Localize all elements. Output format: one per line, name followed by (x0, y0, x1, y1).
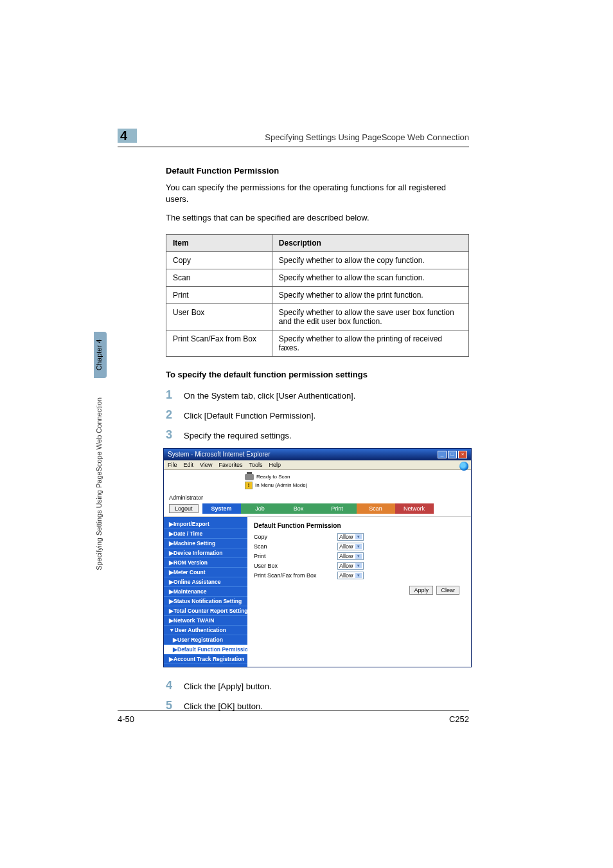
printer-icon (245, 474, 254, 480)
form-label: Copy (254, 534, 337, 540)
chapter-number-badge: 4 (118, 129, 137, 143)
panel-title: Default Function Permission (254, 522, 465, 529)
browser-menubar[interactable]: File Edit View Favorites Tools Help (164, 460, 471, 470)
step-number: 1 (166, 388, 184, 402)
maximize-icon[interactable]: □ (448, 451, 457, 458)
form-row: PrintAllow▾ (254, 552, 465, 560)
menu-edit[interactable]: Edit (184, 462, 194, 468)
menu-help[interactable]: Help (269, 462, 281, 468)
table-cell-item: Print Scan/Fax from Box (166, 330, 272, 356)
form-row: CopyAllow▾ (254, 533, 465, 541)
step-text: Click [Default Function Permission]. (184, 411, 315, 420)
sidebar: ▶Import/Export▶Date / Time▶Machine Setti… (164, 517, 247, 667)
form-label: User Box (254, 563, 337, 569)
table-cell-item: Scan (166, 269, 272, 286)
table-cell-item: Copy (166, 251, 272, 269)
table-cell-desc: Specify whether to allow the copy functi… (272, 251, 468, 269)
running-head: Specifying Settings Using PageScope Web … (265, 132, 469, 142)
step-3: 3 Specify the required settings. (166, 428, 469, 442)
step-4: 4 Click the [Apply] button. (166, 679, 469, 692)
sidebar-item[interactable]: ▶Meter Count (164, 568, 247, 577)
table-cell-desc: Specify whether to allow the print funct… (272, 286, 468, 303)
allow-select[interactable]: Allow▾ (337, 552, 364, 560)
step-number: 4 (166, 679, 184, 692)
allow-select[interactable]: Allow▾ (337, 562, 364, 570)
form-row: Print Scan/Fax from BoxAllow▾ (254, 572, 465, 579)
section-title: Default Function Permission (166, 166, 469, 176)
tab-scan[interactable]: Scan (357, 503, 395, 514)
sidebar-item[interactable]: ▶Status Notification Setting (164, 597, 247, 606)
form-label: Scan (254, 543, 337, 550)
sidebar-item[interactable]: ▶Maintenance (164, 587, 247, 597)
sidebar-item[interactable]: ▶Import/Export (164, 520, 247, 529)
step-2: 2 Click [Default Function Permission]. (166, 408, 469, 422)
side-chapter-tab: Chapter 4 (94, 332, 107, 378)
form-row: ScanAllow▾ (254, 543, 465, 550)
tab-print[interactable]: Print (318, 503, 357, 514)
table-row: User BoxSpecify whether to allow the sav… (166, 303, 469, 330)
step-1: 1 On the System tab, click [User Authent… (166, 388, 469, 402)
step-text: Click the [Apply] button. (184, 682, 272, 691)
table-cell-desc: Specify whether to allow the save user b… (272, 303, 468, 330)
sidebar-item[interactable]: ▶Device Information (164, 548, 247, 558)
close-icon[interactable]: × (458, 451, 467, 458)
apply-button[interactable]: Apply (409, 586, 433, 595)
select-value: Allow (339, 543, 353, 550)
menu-tools[interactable]: Tools (249, 462, 262, 468)
user-label: Administrator (169, 494, 466, 501)
select-value: Allow (339, 553, 353, 559)
browser-screenshot: System - Microsoft Internet Explorer _ □… (163, 448, 472, 667)
minimize-icon[interactable]: _ (438, 451, 447, 458)
form-row: User BoxAllow▾ (254, 562, 465, 570)
settings-table: Item Description CopySpecify whether to … (166, 234, 469, 357)
tab-box[interactable]: Box (280, 503, 318, 514)
header-rule (118, 147, 469, 147)
allow-select[interactable]: Allow▾ (337, 543, 364, 550)
page-footer: 4-50 C252 (118, 710, 469, 724)
step-number: 2 (166, 408, 184, 422)
allow-select[interactable]: Allow▾ (337, 572, 364, 579)
intro-paragraph: You can specify the permissions for the … (166, 182, 469, 204)
logout-button[interactable]: Logout (169, 504, 199, 513)
side-vertical-label: Specifying Settings Using PageScope Web … (94, 393, 107, 574)
tab-job[interactable]: Job (241, 503, 280, 514)
window-title: System - Microsoft Internet Explorer (168, 451, 271, 458)
table-head-desc: Description (272, 234, 468, 251)
sidebar-item[interactable]: ▶Account Track Registration (164, 655, 247, 664)
menu-favorites[interactable]: Favorites (218, 462, 242, 468)
sidebar-item[interactable]: ▶Date / Time (164, 529, 247, 539)
table-cell-desc: Specify whether to allow the printing of… (272, 330, 468, 356)
allow-select[interactable]: Allow▾ (337, 533, 364, 541)
clear-button[interactable]: Clear (436, 586, 459, 595)
form-label: Print (254, 553, 337, 559)
select-value: Allow (339, 563, 353, 569)
sidebar-item[interactable]: ▶User Registration (164, 635, 247, 645)
step-number: 3 (166, 428, 184, 442)
sidebar-item[interactable]: ▶Online Assistance (164, 577, 247, 587)
main-panel: Default Function Permission CopyAllow▾Sc… (247, 517, 471, 667)
table-row: Print Scan/Fax from BoxSpecify whether t… (166, 330, 469, 356)
chevron-down-icon: ▾ (355, 563, 362, 568)
table-cell-item: Print (166, 286, 272, 303)
page-number: 4-50 (118, 714, 134, 724)
model-label: C252 (449, 714, 469, 724)
sidebar-item[interactable]: ▶Network TWAIN (164, 616, 247, 626)
table-row: CopySpecify whether to allow the copy fu… (166, 251, 469, 269)
step-text: On the System tab, click [User Authentic… (184, 391, 355, 401)
sidebar-item[interactable]: ▶Machine Setting (164, 539, 247, 548)
table-row: PrintSpecify whether to allow the print … (166, 286, 469, 303)
chevron-down-icon: ▾ (355, 573, 362, 578)
sidebar-item[interactable]: ▶Total Counter Report Setting (164, 606, 247, 616)
step-text: Specify the required settings. (184, 431, 292, 440)
chevron-down-icon: ▾ (355, 554, 362, 559)
status-mode: In Menu (Admin Mode) (255, 482, 307, 488)
tab-system[interactable]: System (202, 503, 241, 514)
chevron-down-icon: ▾ (355, 534, 362, 539)
tab-network[interactable]: Network (395, 503, 434, 514)
sidebar-item[interactable]: ▶Default Function Permission (164, 645, 247, 655)
sidebar-item[interactable]: ▼User Authentication (164, 626, 247, 635)
menu-view[interactable]: View (200, 462, 212, 468)
subsection-title: To specify the default function permissi… (166, 370, 469, 379)
menu-file[interactable]: File (168, 462, 177, 468)
sidebar-item[interactable]: ▶ROM Version (164, 558, 247, 568)
